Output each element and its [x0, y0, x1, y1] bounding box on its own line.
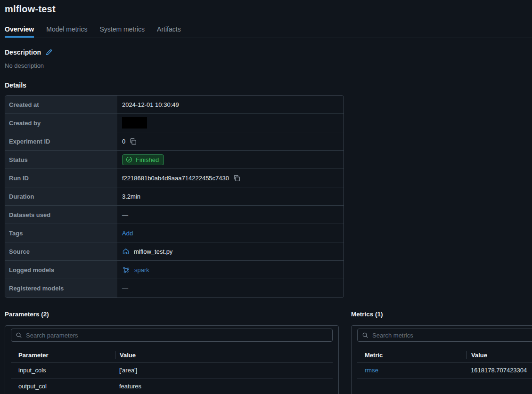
row-label: Datasets used — [5, 206, 117, 224]
table-row-created-by: Created by — [5, 114, 344, 132]
logged-model-link[interactable]: spark — [134, 266, 149, 273]
no-description-text: No description — [5, 62, 532, 69]
table-row-duration: Duration 3.2min — [5, 187, 344, 206]
empty-dash: — — [122, 285, 128, 292]
table-row: input_cols ['area'] — [11, 362, 333, 378]
parameters-heading: Parameters (2) — [5, 311, 339, 318]
metrics-table-header: Metric Value — [357, 348, 532, 362]
experiment-id-value: 0 — [122, 138, 125, 145]
parameters-panel: Parameter Value input_cols ['area'] outp… — [5, 325, 339, 394]
param-key: output_col — [18, 383, 115, 390]
edit-description-icon[interactable] — [45, 48, 53, 56]
status-badge: Finished — [122, 154, 164, 165]
column-header-metric: Metric — [365, 352, 467, 359]
metrics-search — [357, 329, 532, 342]
column-header-value: Value — [467, 351, 532, 359]
tab-artifacts[interactable]: Artifacts — [157, 23, 181, 38]
source-file-name: mlflow_test.py — [134, 248, 172, 255]
param-value: features — [115, 383, 333, 390]
table-row-run-id: Run ID f2218681b0ab4d9aaa714222455c7430 — [5, 169, 344, 187]
search-icon — [16, 332, 22, 338]
metrics-panel: Metric Value rmse 1618178.707423304 — [351, 325, 532, 394]
details-heading: Details — [5, 81, 532, 89]
parameters-section: Parameters (2) Parameter Value input_col… — [5, 311, 339, 394]
metric-link-rmse[interactable]: rmse — [365, 367, 467, 374]
model-icon — [122, 266, 130, 274]
row-label: Duration — [5, 187, 117, 205]
status-text: Finished — [136, 156, 159, 163]
row-label: Status — [5, 151, 117, 169]
table-row-datasets-used: Datasets used — — [5, 206, 344, 224]
column-header-parameter: Parameter — [18, 352, 115, 359]
parameters-search — [11, 329, 333, 342]
row-label: Source — [5, 242, 117, 260]
column-header-value: Value — [115, 351, 333, 359]
row-label: Created at — [5, 96, 117, 113]
copy-icon[interactable] — [130, 138, 137, 145]
row-label: Logged models — [5, 261, 117, 279]
row-label: Registered models — [5, 279, 117, 298]
run-overview-page: mlflow-test Overview Model metrics Syste… — [0, 0, 532, 394]
empty-dash: — — [122, 211, 128, 218]
run-id-value: f2218681b0ab4d9aaa714222455c7430 — [122, 175, 229, 182]
table-row-source: Source mlflow_test.py — [5, 242, 344, 261]
table-row: rmse 1618178.707423304 — [357, 362, 532, 378]
table-row-status: Status Finished — [5, 151, 344, 169]
created-at-value: 2024-12-01 10:30:49 — [122, 101, 179, 108]
params-metrics-section: Parameters (2) Parameter Value input_col… — [5, 311, 532, 394]
tab-bar: Overview Model metrics System metrics Ar… — [5, 23, 532, 38]
param-value: ['area'] — [115, 367, 333, 374]
search-metrics-input[interactable] — [372, 332, 532, 339]
table-row-registered-models: Registered models — — [5, 279, 344, 298]
metrics-section: Metrics (1) Metric Value rmse 1618178.70… — [351, 311, 532, 394]
add-tag-link[interactable]: Add — [122, 230, 133, 237]
parameters-table-header: Parameter Value — [11, 348, 333, 362]
param-key: input_cols — [18, 367, 115, 374]
tab-model-metrics[interactable]: Model metrics — [46, 23, 87, 38]
metric-value: 1618178.707423304 — [467, 367, 532, 374]
redacted-username — [122, 117, 147, 129]
details-table: Created at 2024-12-01 10:30:49 Created b… — [5, 95, 344, 298]
search-icon — [362, 332, 368, 338]
row-label: Tags — [5, 224, 117, 242]
table-row-created-at: Created at 2024-12-01 10:30:49 — [5, 96, 344, 114]
check-circle-icon — [126, 156, 132, 163]
row-label: Run ID — [5, 169, 117, 187]
search-parameters-input[interactable] — [26, 332, 328, 339]
metrics-heading: Metrics (1) — [351, 311, 532, 318]
table-row-logged-models: Logged models spark — [5, 261, 344, 279]
table-row-experiment-id: Experiment ID 0 — [5, 132, 344, 151]
table-row: output_col features — [11, 378, 333, 394]
description-heading: Description — [5, 48, 41, 56]
duration-value: 3.2min — [122, 193, 140, 200]
tab-overview[interactable]: Overview — [5, 23, 34, 38]
page-title: mlflow-test — [5, 4, 532, 15]
copy-icon[interactable] — [233, 175, 240, 182]
tab-system-metrics[interactable]: System metrics — [99, 23, 145, 38]
description-header: Description — [5, 48, 532, 56]
table-row-tags: Tags Add — [5, 224, 344, 242]
row-label: Created by — [5, 114, 117, 132]
home-icon — [122, 248, 130, 255]
row-label: Experiment ID — [5, 132, 117, 150]
